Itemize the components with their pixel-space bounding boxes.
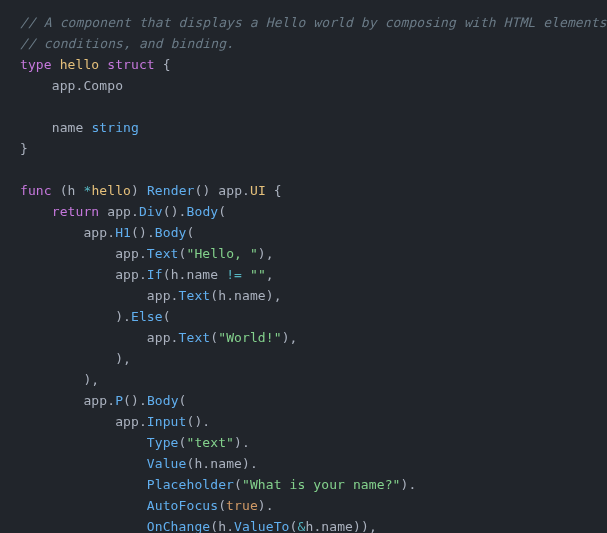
ident-app: app [107, 204, 131, 219]
paren: ( [210, 519, 218, 533]
comma: , [290, 330, 298, 345]
type-string: string [91, 120, 139, 135]
paren: ) [202, 183, 210, 198]
dot: . [107, 225, 115, 240]
ident-app: app [115, 414, 139, 429]
method-value: Value [147, 456, 187, 471]
code-block: // A component that displays a Hello wor… [0, 0, 607, 533]
dot: . [226, 288, 234, 303]
paren: ( [179, 393, 187, 408]
ident-app: app [52, 78, 76, 93]
dot: . [226, 519, 234, 533]
ident-app: app [83, 225, 107, 240]
dot: . [408, 477, 416, 492]
dot: . [179, 204, 187, 219]
field-name: name [234, 288, 266, 303]
paren: ( [210, 288, 218, 303]
kw-return: return [52, 204, 100, 219]
field-name: name [52, 120, 84, 135]
op-ne: != [226, 267, 242, 282]
brace: { [163, 57, 171, 72]
paren: ) [115, 309, 123, 324]
dot: . [131, 204, 139, 219]
paren: ( [60, 183, 68, 198]
method-placeholder: Placeholder [147, 477, 234, 492]
method-type: Type [147, 435, 179, 450]
paren: ) [361, 519, 369, 533]
method-h1: H1 [115, 225, 131, 240]
method-div: Div [139, 204, 163, 219]
code-comment: // conditions, and binding. [20, 36, 234, 51]
paren: ( [218, 204, 226, 219]
paren: ( [179, 246, 187, 261]
ident-app: app [218, 183, 242, 198]
dot: . [123, 309, 131, 324]
kw-type: type [20, 57, 52, 72]
method-else: Else [131, 309, 163, 324]
method-input: Input [147, 414, 187, 429]
ident-app: app [115, 246, 139, 261]
field-name: name [187, 267, 219, 282]
dot: . [147, 225, 155, 240]
paren: ( [131, 225, 139, 240]
dot: . [242, 183, 250, 198]
paren: ) [258, 498, 266, 513]
dot: . [266, 498, 274, 513]
dot: . [242, 435, 250, 450]
field-name: name [321, 519, 353, 533]
paren: ) [282, 330, 290, 345]
paren: ( [187, 225, 195, 240]
dot: . [107, 393, 115, 408]
dot: . [139, 414, 147, 429]
method-autofocus: AutoFocus [147, 498, 218, 513]
code-comment: // A component that displays a Hello wor… [20, 15, 607, 30]
dot: . [139, 267, 147, 282]
comma: , [266, 267, 274, 282]
method-body: Body [187, 204, 219, 219]
paren: ) [353, 519, 361, 533]
ident-hello: hello [91, 183, 131, 198]
dot: . [171, 330, 179, 345]
string-world: "World!" [218, 330, 281, 345]
dot: . [139, 246, 147, 261]
paren: ( [163, 267, 171, 282]
paren: ) [131, 393, 139, 408]
paren: ) [266, 288, 274, 303]
method-valueto: ValueTo [234, 519, 290, 533]
dot: . [139, 393, 147, 408]
method-if: If [147, 267, 163, 282]
type-ui: UI [250, 183, 266, 198]
paren: ) [131, 183, 139, 198]
paren: ) [258, 246, 266, 261]
ident-h: h [218, 288, 226, 303]
comma: , [266, 246, 274, 261]
comma: , [123, 351, 131, 366]
string-prompt: "What is your name?" [242, 477, 401, 492]
method-text: Text [179, 288, 211, 303]
literal-true: true [226, 498, 258, 513]
method-p: P [115, 393, 123, 408]
field-name: name [210, 456, 242, 471]
paren: ( [218, 498, 226, 513]
string-empty: "" [250, 267, 266, 282]
paren: ) [171, 204, 179, 219]
ident-hello: hello [60, 57, 100, 72]
kw-struct: struct [107, 57, 155, 72]
type-compo: Compo [83, 78, 123, 93]
method-text: Text [147, 246, 179, 261]
paren: ) [115, 351, 123, 366]
method-onchange: OnChange [147, 519, 210, 533]
dot: . [171, 288, 179, 303]
dot: . [179, 267, 187, 282]
ident-app: app [147, 330, 171, 345]
paren: ( [210, 330, 218, 345]
brace: } [20, 141, 28, 156]
ident-h: h [171, 267, 179, 282]
dot: . [250, 456, 258, 471]
paren: ( [163, 309, 171, 324]
ident-h: h [218, 519, 226, 533]
comma: , [369, 519, 377, 533]
method-body: Body [155, 225, 187, 240]
method-render: Render [147, 183, 195, 198]
string-hello: "Hello, " [187, 246, 258, 261]
